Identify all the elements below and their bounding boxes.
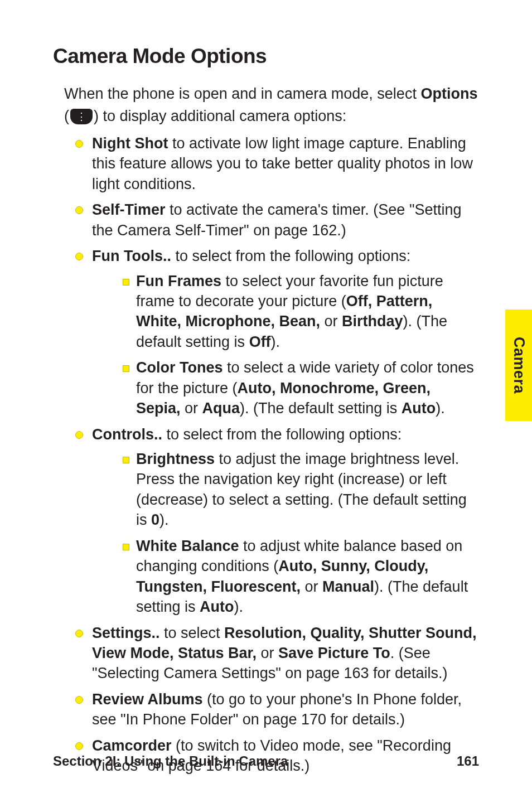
controls-text: to select from the following options: [162, 426, 402, 443]
list-item-fun-frames: Fun Frames to select your favorite fun p… [123, 271, 479, 352]
intro-line-2: ( ) to display additional camera options… [64, 106, 479, 126]
settings-text-1: to select [160, 625, 225, 641]
section-heading: Camera Mode Options [53, 45, 479, 68]
controls-sublist: Brightness to adjust the image brightnes… [123, 449, 479, 617]
options-list: Night Shot to activate low light image c… [75, 133, 479, 776]
side-tab-camera: Camera [505, 309, 532, 421]
white-balance-default: Auto [200, 598, 234, 615]
fun-frames-or: or [325, 313, 342, 330]
fun-frames-text-3: ). [271, 333, 280, 350]
controls-label: Controls.. [92, 426, 162, 443]
list-item-white-balance: White Balance to adjust white balance ba… [123, 536, 479, 617]
fun-frames-label: Fun Frames [136, 273, 221, 289]
color-tones-last: Aqua [202, 400, 240, 417]
list-item-settings: Settings.. to select Resolution, Quality… [75, 623, 479, 684]
page-footer: Section 2I: Using the Built-in Camera 16… [53, 753, 479, 769]
review-albums-label: Review Albums [92, 691, 203, 708]
fun-frames-default: Off [249, 333, 271, 350]
brightness-label: Brightness [136, 451, 215, 467]
list-item-brightness: Brightness to adjust the image brightnes… [123, 449, 479, 530]
white-balance-label: White Balance [136, 538, 239, 554]
list-item-fun-tools: Fun Tools.. to select from the following… [75, 246, 479, 419]
intro-paren-open: ( [64, 106, 69, 126]
list-item-review-albums: Review Albums (to go to your phone's In … [75, 689, 479, 730]
footer-section-title: Section 2I: Using the Built-in Camera [53, 753, 288, 769]
color-tones-or: or [185, 400, 202, 417]
intro-options-label: Options [420, 85, 477, 102]
self-timer-label: Self-Timer [92, 201, 166, 218]
camcorder-label: Camcorder [92, 737, 172, 754]
white-balance-text-3: ). [234, 598, 244, 615]
color-tones-label: Color Tones [136, 359, 223, 376]
fun-tools-label: Fun Tools.. [92, 248, 171, 264]
color-tones-default: Auto [402, 400, 436, 417]
settings-last: Save Picture To [278, 645, 390, 661]
list-item-controls: Controls.. to select from the following … [75, 424, 479, 617]
fun-frames-last: Birthday [342, 313, 403, 330]
settings-label: Settings.. [92, 625, 160, 641]
white-balance-last: Manual [322, 578, 374, 595]
side-tab-label: Camera [510, 337, 528, 394]
intro-text-b: ) to display additional camera options: [94, 106, 346, 126]
intro-line-1: When the phone is open and in camera mod… [64, 84, 479, 104]
night-shot-label: Night Shot [92, 135, 168, 152]
fun-tools-text: to select from the following options: [171, 248, 410, 264]
color-tones-text-2: ). (The default setting is [240, 400, 402, 417]
intro-text-a: When the phone is open and in camera mod… [64, 85, 420, 102]
list-item-color-tones: Color Tones to select a wide variety of … [123, 357, 479, 418]
fun-tools-sublist: Fun Frames to select your favorite fun p… [123, 271, 479, 419]
page-number: 161 [457, 753, 479, 769]
brightness-default: 0 [151, 511, 159, 528]
white-balance-or: or [305, 578, 323, 595]
settings-or: or [261, 645, 279, 661]
list-item-night-shot: Night Shot to activate low light image c… [75, 133, 479, 194]
color-tones-text-3: ). [436, 400, 445, 417]
right-softkey-icon [70, 109, 93, 124]
brightness-text-2: ). [159, 511, 169, 528]
list-item-self-timer: Self-Timer to activate the camera's time… [75, 200, 479, 240]
